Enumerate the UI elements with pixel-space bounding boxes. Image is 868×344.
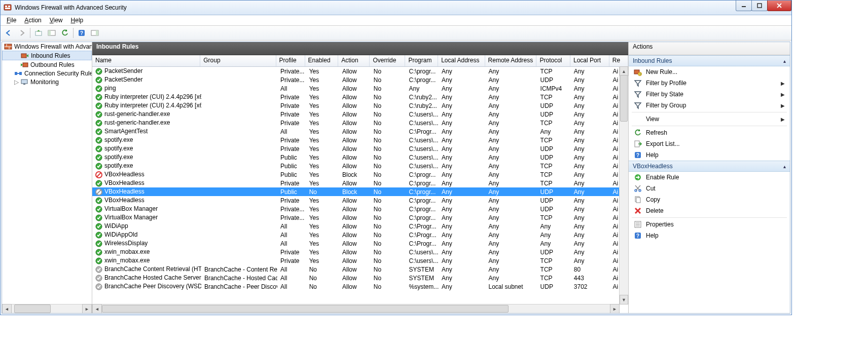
rule-row[interactable]: WirelessDisplayAllYesAllowNoC:\Progr...A… <box>92 239 628 248</box>
rule-row[interactable]: WiDiAppOldAllYesAllowNoC:\Progr...AnyAny… <box>92 231 628 239</box>
rule-row[interactable]: rust-generic-handler.exePrivateYesAllowN… <box>92 119 628 127</box>
tree-item-monitoring[interactable]: ▷Monitoring <box>2 78 92 86</box>
actions-section-inbound-rules[interactable]: Inbound Rules ▴ <box>629 55 790 66</box>
scroll-right-icon[interactable]: ► <box>610 304 620 313</box>
menu-action[interactable]: Action <box>21 16 44 24</box>
expander-icon[interactable]: ▷ <box>13 79 19 86</box>
column-header-re[interactable]: Re <box>609 55 628 66</box>
svg-rect-10 <box>48 30 51 35</box>
rule-row[interactable]: xwin_mobax.exePrivateYesAllowNoC:\users\… <box>92 256 628 265</box>
rule-row[interactable]: PacketSenderPrivate...YesAllowNoC:\progr… <box>92 75 628 84</box>
maximize-button[interactable] <box>751 1 768 11</box>
action-help[interactable]: ?Help <box>629 230 790 241</box>
cell-local-address: Any <box>439 154 485 161</box>
actions-section-selection[interactable]: VBoxHeadless ▴ <box>629 161 790 172</box>
action-cut[interactable]: Cut <box>629 183 790 194</box>
column-header-group[interactable]: Group <box>200 55 276 66</box>
back-button[interactable] <box>3 27 15 39</box>
menu-help[interactable]: Help <box>68 16 87 24</box>
tree-item-outbound-rules[interactable]: Outbound Rules <box>2 60 92 69</box>
rule-row[interactable]: spotify.exePublicYesAllowNoC:\users\...A… <box>92 153 628 162</box>
menu-file[interactable]: File <box>4 16 19 24</box>
cell-enabled: Yes <box>306 68 339 75</box>
cell-local-port: Any <box>571 85 610 92</box>
action-delete[interactable]: Delete <box>629 205 790 216</box>
svg-rect-25 <box>23 84 25 85</box>
forward-button[interactable] <box>16 27 28 39</box>
tree-item-inbound-rules[interactable]: Inbound Rules <box>2 51 92 60</box>
action-view[interactable]: View▶ <box>629 113 790 125</box>
collapse-icon[interactable]: ▴ <box>783 164 786 169</box>
tree-item-label: Outbound Rules <box>30 61 75 68</box>
scroll-right-icon[interactable]: ► <box>82 304 92 313</box>
grid-hscrollbar[interactable]: ◄ ► <box>92 304 620 313</box>
scroll-down-icon[interactable]: ▼ <box>620 295 628 304</box>
cell-local-port: Any <box>571 94 610 101</box>
client-area: Windows Firewall with Advanced Inbound R… <box>2 42 790 314</box>
tree-hscrollbar[interactable]: ◄ ► <box>2 304 92 313</box>
rule-row[interactable]: xwin_mobax.exePrivateYesAllowNoC:\users\… <box>92 248 628 256</box>
action-properties[interactable]: Properties <box>629 219 790 230</box>
action-enable-rule[interactable]: Enable Rule <box>629 172 790 183</box>
action-export-list[interactable]: Export List... <box>629 138 790 149</box>
rule-row[interactable]: spotify.exePrivateYesAllowNoC:\users\...… <box>92 136 628 144</box>
monitor-icon <box>20 78 28 86</box>
action-help[interactable]: ?Help <box>629 149 790 161</box>
rule-row[interactable]: rust-generic-handler.exePrivateYesAllowN… <box>92 110 628 119</box>
rule-row[interactable]: BranchCache Hosted Cache Server (HTT...B… <box>92 274 628 282</box>
scroll-left-icon[interactable]: ◄ <box>92 304 102 313</box>
column-header-profile[interactable]: Profile <box>276 55 305 66</box>
up-button[interactable] <box>32 27 45 39</box>
minimize-button[interactable] <box>736 1 752 11</box>
rule-row[interactable]: PacketSenderPrivate...YesAllowNoC:\progr… <box>92 67 628 75</box>
rule-row[interactable]: pingAllYesAllowNoAnyAnyAnyICMPv4AnyAi <box>92 84 628 93</box>
rule-row[interactable]: VBoxHeadlessPrivateYesAllowNoC:\progr...… <box>92 196 628 205</box>
cell-profile: Private <box>277 257 306 264</box>
refresh-button[interactable] <box>59 27 71 39</box>
menu-view[interactable]: View <box>47 16 66 24</box>
svg-rect-21 <box>15 72 17 75</box>
rule-row[interactable]: BranchCache Peer Discovery (WSD-In)Branc… <box>92 282 628 291</box>
column-header-protocol[interactable]: Protocol <box>536 55 570 66</box>
titlebar[interactable]: Windows Firewall with Advanced Security <box>1 1 791 15</box>
action-filter-by-group[interactable]: Filter by Group▶ <box>629 100 790 111</box>
rule-row[interactable]: SmartAgentTestAllYesAllowNoC:\Progr...An… <box>92 127 628 136</box>
column-header-name[interactable]: Name <box>92 55 200 66</box>
tree-root[interactable]: Windows Firewall with Advanced <box>2 42 92 51</box>
rule-row[interactable]: VBoxHeadlessPrivateYesAllowNoC:\progr...… <box>92 179 628 187</box>
scroll-thumb[interactable] <box>102 305 509 313</box>
rule-state-icon <box>95 283 102 290</box>
rule-row[interactable]: VBoxHeadlessPublicNoBlockNoC:\progr...An… <box>92 187 628 196</box>
rule-row[interactable]: Ruby interpreter (CUI) 2.4.4p296 [x64-mi… <box>92 101 628 110</box>
show-hide-action-pane-button[interactable] <box>89 27 101 39</box>
rule-row[interactable]: BranchCache Content Retrieval (HTTP-In)B… <box>92 265 628 274</box>
rule-row[interactable]: spotify.exePrivateYesAllowNoC:\users\...… <box>92 144 628 153</box>
close-button[interactable] <box>767 1 791 11</box>
show-hide-tree-button[interactable] <box>46 27 58 39</box>
action-copy[interactable]: Copy <box>629 194 790 205</box>
collapse-icon[interactable]: ▴ <box>783 58 786 64</box>
rule-row[interactable]: WiDiAppAllYesAllowNoC:\Progr...AnyAnyAny… <box>92 222 628 231</box>
tree-item-connection-security-rules[interactable]: Connection Security Rules <box>2 69 92 78</box>
column-header-program[interactable]: Program <box>405 55 438 66</box>
column-header-local-port[interactable]: Local Port <box>570 55 609 66</box>
scroll-thumb[interactable] <box>14 304 51 313</box>
scroll-thumb[interactable] <box>620 75 628 122</box>
column-header-local-address[interactable]: Local Address <box>438 55 485 66</box>
scroll-left-icon[interactable]: ◄ <box>2 304 12 313</box>
action-filter-by-state[interactable]: Filter by State▶ <box>629 89 790 100</box>
rule-row[interactable]: VBoxHeadlessPublicYesBlockNoC:\progr...A… <box>92 170 628 179</box>
column-header-remote-address[interactable]: Remote Address <box>485 55 537 66</box>
action-new-rule[interactable]: ★New Rule... <box>629 66 790 78</box>
rule-row[interactable]: VirtualBox ManagerPrivate...YesAllowNoC:… <box>92 205 628 213</box>
rule-row[interactable]: Ruby interpreter (CUI) 2.4.4p296 [x64-mi… <box>92 93 628 101</box>
column-header-enabled[interactable]: Enabled <box>305 55 339 66</box>
help-button[interactable]: ? <box>76 27 88 39</box>
rule-row[interactable]: spotify.exePublicYesAllowNoC:\users\...A… <box>92 162 628 170</box>
action-refresh[interactable]: Refresh <box>629 127 790 138</box>
column-header-action[interactable]: Action <box>338 55 370 66</box>
column-header-override[interactable]: Override <box>370 55 405 66</box>
grid-vscrollbar[interactable]: ▲ ▼ <box>619 66 628 304</box>
action-filter-by-profile[interactable]: Filter by Profile▶ <box>629 78 790 89</box>
rule-row[interactable]: VirtualBox ManagerPrivate...YesAllowNoC:… <box>92 213 628 222</box>
